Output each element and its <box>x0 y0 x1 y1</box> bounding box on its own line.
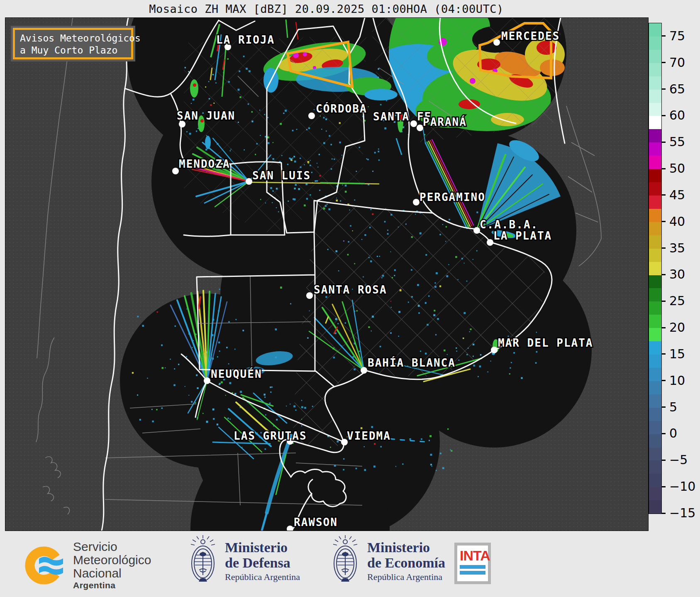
colorbar-tick-label: 40 <box>669 214 685 229</box>
colorbar-tick-label: 35 <box>669 240 685 255</box>
city-label: NEUQUÉN <box>211 367 262 380</box>
smn-icon <box>25 545 68 586</box>
city-dot <box>308 113 315 119</box>
colorbar-tick-label: −5 <box>669 453 688 467</box>
colorbar-tick <box>661 142 666 143</box>
colorbar-tick <box>661 35 666 37</box>
colorbar-tick-label: 5 <box>669 399 677 414</box>
city-dot <box>417 125 423 131</box>
colorbar-tick-label: 10 <box>669 373 685 388</box>
colorbar-tick-label: 20 <box>669 320 685 335</box>
inta-bar-bottom <box>460 571 485 575</box>
city-label: VIEDMA <box>347 430 391 442</box>
colorbar-tick-label: 65 <box>669 81 685 96</box>
colorbar-tick-label: 50 <box>669 161 685 176</box>
colorbar-tick <box>661 380 666 381</box>
colorbar: 757065605550454035302520151050−5−10−15 <box>649 0 700 597</box>
footer: Servicio Meteorológico Nacional Argentin… <box>0 531 700 597</box>
colorbar-tick-label: 70 <box>669 55 685 70</box>
city-marker: RAWSON <box>287 516 338 531</box>
city-dot <box>246 178 252 185</box>
city-label: C.A.B.A. <box>480 218 538 231</box>
city-label: SAN JUAN <box>177 110 235 122</box>
ministerio-defensa-logo: Ministerio de Defensa República Argentin… <box>188 534 300 588</box>
city-dot <box>487 239 493 246</box>
city-dot <box>361 367 367 374</box>
colorbar-tick <box>661 221 666 222</box>
radar-map-canvas: LA RIOJASAN JUANCÓRDOBAMERCEDESSANTA FEP… <box>5 18 648 531</box>
city-dot <box>491 347 498 353</box>
city-label: SAN LUIS <box>252 169 311 182</box>
city-label: LAS GRUTAS <box>234 430 307 442</box>
colorbar-tick-label: 15 <box>669 347 685 361</box>
city-dot <box>473 227 480 234</box>
page-title: Mosaico ZH MAX [dBZ] 20.09.2025 01:00HOA… <box>5 2 648 15</box>
inta-wordmark: INTA <box>460 549 485 562</box>
colorbar-tick <box>661 88 666 90</box>
city-label: PERGAMINO <box>420 191 485 203</box>
colorbar-tick <box>661 301 666 302</box>
city-label: CÓRDOBA <box>316 102 367 115</box>
city-label: PARANÁ <box>423 115 467 128</box>
city-label: LA PLATA <box>493 230 552 242</box>
colorbar-tick-label: 30 <box>669 267 685 281</box>
colorbar-tick <box>661 62 666 63</box>
colorbar-tick <box>661 194 666 196</box>
colorbar-tick <box>661 406 666 408</box>
colorbar-tick-label: 75 <box>669 29 685 43</box>
city-marker: PERGAMINO <box>413 191 485 206</box>
colorbar-tick <box>661 513 666 514</box>
city-label: LA RIOJA <box>216 34 275 46</box>
ministerio-economia-logo: Ministerio de Economía República Argenti… <box>330 534 445 588</box>
colorbar-tick-label: 0 <box>669 426 677 440</box>
coat-of-arms-icon <box>188 534 218 588</box>
city-dot <box>204 377 210 384</box>
city-dot <box>306 292 313 299</box>
ministerio-economia-wordmark: Ministerio de Economía República Argenti… <box>367 540 445 582</box>
colorbar-scale <box>649 23 662 514</box>
inta-logo: INTA <box>454 543 491 584</box>
colorbar-tick <box>661 486 666 487</box>
colorbar-tick-label: −15 <box>669 506 695 520</box>
city-label: MENDOZA <box>179 158 230 170</box>
city-label: MERCEDES <box>501 30 560 42</box>
city-label: RAWSON <box>294 516 338 528</box>
colorbar-tick-label: 60 <box>669 108 685 122</box>
colorbar-tick-label: 55 <box>669 135 685 149</box>
inta-logo-box: INTA <box>454 543 491 584</box>
colorbar-tick <box>661 247 666 249</box>
warning-box: Avisos Meteorológicos a Muy Corto Plazo <box>11 26 135 61</box>
city-label: BAHÍA BLANCA <box>368 356 456 369</box>
colorbar-tick-label: −10 <box>669 479 695 494</box>
colorbar-tick <box>661 274 666 275</box>
smn-logo: Servicio Meteorológico Nacional Argentin… <box>25 540 151 590</box>
smn-wordmark: Servicio Meteorológico Nacional Argentin… <box>73 540 151 590</box>
colorbar-tick <box>661 460 666 461</box>
radar-map: LA RIOJASAN JUANCÓRDOBAMERCEDESSANTA FEP… <box>5 17 649 531</box>
city-label: SANTA ROSA <box>314 284 387 296</box>
colorbar-tick <box>661 168 666 169</box>
colorbar-tick <box>661 353 666 355</box>
colorbar-tick <box>661 115 666 116</box>
city-dot <box>172 168 179 174</box>
city-dot <box>413 199 420 206</box>
city-dot <box>493 39 500 46</box>
colorbar-tick <box>661 433 666 434</box>
city-label: MAR DEL PLATA <box>498 337 593 349</box>
radar-product-page: Mosaico ZH MAX [dBZ] 20.09.2025 01:00HOA… <box>0 0 700 597</box>
colorbar-tick-label: 25 <box>669 294 685 308</box>
colorbar-tick <box>661 327 666 328</box>
warning-box-text: Avisos Meteorológicos a Muy Corto Plazo <box>20 32 141 57</box>
colorbar-tick-label: 45 <box>669 188 685 202</box>
ministerio-defensa-wordmark: Ministerio de Defensa República Argentin… <box>225 540 300 582</box>
inta-bar-top <box>460 565 485 569</box>
coat-of-arms-icon <box>330 534 361 588</box>
